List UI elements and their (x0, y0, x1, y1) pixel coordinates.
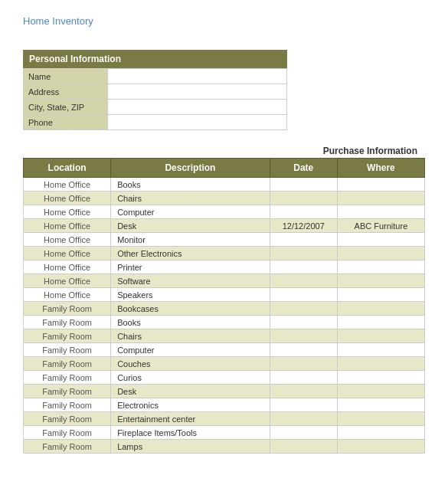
personal-info-row: Name (24, 69, 287, 84)
row-description: Printer (111, 260, 270, 274)
table-row: Family RoomDesk (24, 385, 425, 398)
row-location: Family Room (24, 426, 111, 440)
row-location: Family Room (24, 329, 111, 343)
row-where (337, 440, 424, 454)
row-date (270, 385, 337, 398)
row-date (270, 274, 337, 288)
personal-info-section: Personal Information NameAddressCity, St… (23, 50, 287, 130)
personal-field-value[interactable] (108, 69, 287, 84)
row-description: Desk (111, 385, 270, 398)
row-date (270, 205, 337, 219)
row-where (337, 274, 424, 288)
row-date (270, 260, 337, 274)
row-date (270, 412, 337, 426)
table-row: Home OfficeSpeakers (24, 288, 425, 302)
row-location: Family Room (24, 371, 111, 385)
row-date (270, 440, 337, 454)
row-description: Lamps (111, 440, 270, 454)
row-location: Home Office (24, 178, 111, 192)
personal-field-label: City, State, ZIP (24, 100, 108, 115)
personal-info-row: Phone (24, 115, 287, 130)
row-description: Books (111, 316, 270, 329)
col-header-location: Location (24, 159, 111, 178)
table-row: Family RoomBookcases (24, 302, 425, 316)
row-description: Speakers (111, 288, 270, 302)
row-date (270, 398, 337, 412)
row-location: Family Room (24, 385, 111, 398)
row-description: Other Electronics (111, 247, 270, 260)
row-description: Computer (111, 205, 270, 219)
row-where (337, 398, 424, 412)
row-location: Family Room (24, 440, 111, 454)
row-description: Software (111, 274, 270, 288)
row-where (337, 357, 424, 371)
row-description: Entertainment center (111, 412, 270, 426)
row-location: Home Office (24, 219, 111, 233)
row-date (270, 302, 337, 316)
col-header-where: Where (337, 159, 424, 178)
col-header-description: Description (111, 159, 270, 178)
inventory-table: Location Description Date Where Home Off… (23, 158, 425, 454)
table-row: Home OfficeSoftware (24, 274, 425, 288)
row-description: Chairs (111, 329, 270, 343)
row-date (270, 343, 337, 357)
row-location: Family Room (24, 398, 111, 412)
table-row: Home OfficePrinter (24, 260, 425, 274)
row-description: Electronics (111, 398, 270, 412)
row-description: Books (111, 178, 270, 192)
row-where (337, 426, 424, 440)
table-row: Family RoomLamps (24, 440, 425, 454)
table-row: Family RoomComputer (24, 343, 425, 357)
app-title[interactable]: Home Inventory (23, 15, 425, 27)
row-where (337, 343, 424, 357)
row-location: Home Office (24, 233, 111, 247)
row-date (270, 329, 337, 343)
row-date (270, 288, 337, 302)
row-where (337, 192, 424, 205)
row-date (270, 233, 337, 247)
table-row: Home OfficeComputer (24, 205, 425, 219)
row-where (337, 205, 424, 219)
row-where: ABC Furniture (337, 219, 424, 233)
row-date (270, 426, 337, 440)
table-row: Home OfficeChairs (24, 192, 425, 205)
table-row: Home OfficeBooks (24, 178, 425, 192)
row-where (337, 247, 424, 260)
personal-info-table: NameAddressCity, State, ZIPPhone (23, 68, 287, 130)
row-location: Family Room (24, 316, 111, 329)
row-date (270, 192, 337, 205)
row-location: Home Office (24, 260, 111, 274)
personal-field-value[interactable] (108, 115, 287, 130)
row-description: Couches (111, 357, 270, 371)
row-description: Curios (111, 371, 270, 385)
row-location: Home Office (24, 192, 111, 205)
row-location: Home Office (24, 247, 111, 260)
row-description: Desk (111, 219, 270, 233)
table-row: Family RoomCouches (24, 357, 425, 371)
row-description: Fireplace Items/Tools (111, 426, 270, 440)
row-location: Family Room (24, 343, 111, 357)
row-description: Bookcases (111, 302, 270, 316)
row-date (270, 316, 337, 329)
table-row: Home OfficeDesk12/12/2007ABC Furniture (24, 219, 425, 233)
table-row: Home OfficeOther Electronics (24, 247, 425, 260)
row-date (270, 371, 337, 385)
row-where (337, 316, 424, 329)
row-where (337, 233, 424, 247)
table-row: Home OfficeMonitor (24, 233, 425, 247)
personal-field-value[interactable] (108, 84, 287, 100)
row-where (337, 329, 424, 343)
table-row: Family RoomBooks (24, 316, 425, 329)
col-header-date: Date (270, 159, 337, 178)
row-date: 12/12/2007 (270, 219, 337, 233)
row-date (270, 247, 337, 260)
row-location: Home Office (24, 205, 111, 219)
row-date (270, 357, 337, 371)
table-row: Family RoomChairs (24, 329, 425, 343)
row-where (337, 178, 424, 192)
row-location: Family Room (24, 412, 111, 426)
personal-info-row: Address (24, 84, 287, 100)
personal-info-header: Personal Information (23, 50, 287, 68)
personal-field-value[interactable] (108, 100, 287, 115)
personal-field-label: Name (24, 69, 108, 84)
